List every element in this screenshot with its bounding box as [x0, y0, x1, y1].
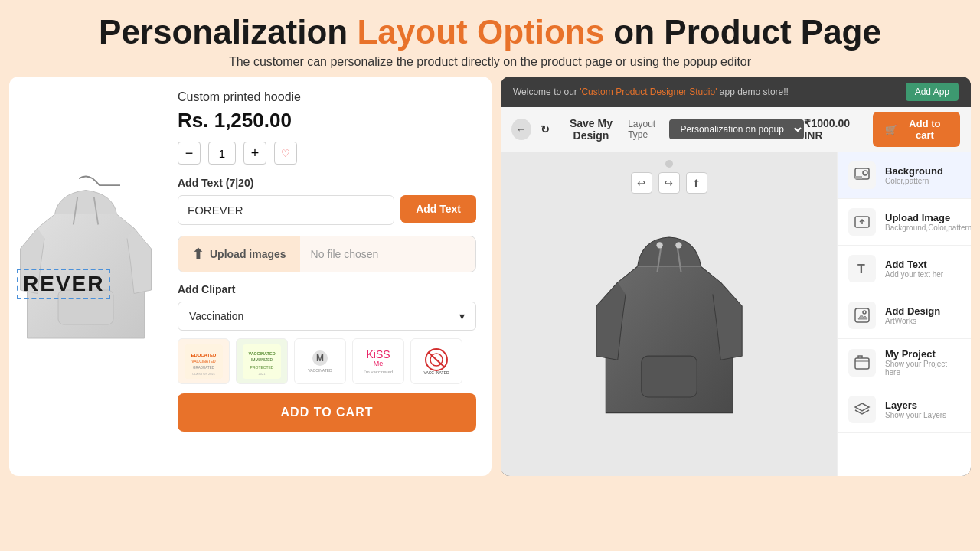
sidebar-item-my-project[interactable]: My Project Show your Project here [838, 339, 971, 386]
quantity-increase-button[interactable]: + [243, 142, 266, 165]
product-price: Rs. 1,250.00 [178, 109, 476, 132]
page-title: Personalization Layout Options on Produc… [15, 14, 965, 51]
svg-rect-32 [855, 176, 862, 179]
list-item[interactable]: VACCINATED IMMUNIZED PROTECTED 2021 [236, 338, 288, 384]
quantity-row: − 1 + ♡ [178, 142, 476, 165]
upload-image-sub: Background,Color,pattern [885, 223, 971, 232]
svg-rect-38 [855, 358, 869, 369]
refresh-icon: ↻ [541, 123, 550, 135]
svg-text:2021: 2021 [259, 372, 266, 376]
canvas-area: ↩ ↪ ⬆ [501, 152, 837, 476]
sidebar-item-layers[interactable]: Layers Show your Layers [838, 386, 971, 433]
sidebar-item-background[interactable]: Background Color,pattern [838, 152, 971, 199]
add-app-button[interactable]: Add App [906, 83, 959, 101]
share-button[interactable]: ⬆ [686, 172, 707, 194]
background-label: Background [885, 165, 943, 177]
sidebar-item-add-design[interactable]: Add Design ArtWorks [838, 292, 971, 339]
editor-main: ↩ ↪ ⬆ [501, 152, 971, 476]
my-project-icon [848, 349, 876, 377]
svg-point-37 [863, 311, 866, 314]
editor-top-bar: Welcome to our 'Custom Product Designer … [501, 77, 971, 107]
product-panel: REVER Custom printed hoodie Rs. 1,250.00… [9, 77, 492, 476]
svg-text:M: M [316, 353, 324, 364]
layers-icon [848, 396, 876, 423]
background-icon [848, 161, 876, 189]
svg-text:VACC-INATED: VACC-INATED [423, 370, 449, 375]
background-sub: Color,pattern [885, 177, 943, 185]
text-preview-overlay: REVER [17, 269, 110, 299]
text-input[interactable] [178, 195, 394, 225]
list-item[interactable]: KiSS Me I'm vaccinated [352, 338, 404, 384]
right-sidebar: Background Color,pattern Upload Image Ba… [837, 152, 971, 476]
svg-text:VACCINATED: VACCINATED [308, 368, 332, 373]
sidebar-item-add-text[interactable]: T Add Text Add your text her [838, 246, 971, 292]
clipart-label: Add Clipart [178, 283, 476, 295]
editor-price: ₹1000.00 INR [804, 117, 864, 142]
clipart-grid: EDUCATED VACCINATED GRADUATED CLASS OF 2… [178, 338, 476, 384]
svg-point-30 [675, 243, 681, 249]
add-design-label: Add Design [885, 305, 940, 317]
page-header: Personalization Layout Options on Produc… [0, 0, 980, 77]
chevron-down-icon: ▾ [459, 310, 465, 322]
svg-point-29 [656, 243, 662, 249]
main-content: REVER Custom printed hoodie Rs. 1,250.00… [0, 77, 980, 482]
my-project-sub: Show your Project here [885, 360, 960, 377]
add-text-sidebar-label: Add Text [885, 259, 943, 270]
no-file-text: No file chosen [300, 248, 390, 260]
upload-image-icon [848, 208, 876, 236]
layers-label: Layers [885, 399, 946, 411]
sidebar-item-upload-image[interactable]: Upload Image Background,Color,pattern [838, 199, 971, 246]
quantity-value: 1 [208, 142, 236, 165]
wishlist-button[interactable]: ♡ [274, 142, 297, 165]
list-item[interactable]: VACC-INATED [410, 338, 462, 384]
svg-text:EDUCATED: EDUCATED [191, 353, 217, 357]
svg-point-33 [863, 171, 867, 175]
upload-row: ⬆ Upload images No file chosen [178, 236, 476, 272]
my-project-label: My Project [885, 348, 960, 360]
svg-text:T: T [858, 262, 865, 276]
layout-type-area: Layout Type Personalization on popup [628, 119, 804, 140]
list-item[interactable]: EDUCATED VACCINATED GRADUATED CLASS OF 2… [178, 338, 230, 384]
add-to-cart-button[interactable]: ADD TO CART [178, 393, 476, 432]
layers-sub: Show your Layers [885, 411, 946, 419]
clipart-dropdown[interactable]: Vaccination ▾ [178, 302, 476, 331]
svg-text:VACCINATED: VACCINATED [248, 351, 275, 356]
add-text-sub: Add your text her [885, 270, 943, 279]
product-name: Custom printed hoodie [178, 90, 476, 104]
text-input-row: Add Text [178, 195, 476, 225]
product-details: Custom printed hoodie Rs. 1,250.00 − 1 +… [162, 77, 492, 476]
quantity-decrease-button[interactable]: − [178, 142, 201, 165]
hoodie-canvas [558, 200, 780, 460]
undo-button[interactable]: ↩ [631, 172, 652, 194]
list-item[interactable]: M VACCINATED [294, 338, 346, 384]
add-design-sub: ArtWorks [885, 317, 940, 325]
add-text-label: Add Text (7|20) [178, 177, 476, 189]
cart-icon: 🛒 [885, 124, 897, 135]
price-cart-area: ₹1000.00 INR 🛒 Add to cart [804, 112, 960, 147]
svg-text:KiSS: KiSS [366, 348, 390, 360]
svg-text:GRADUATED: GRADUATED [193, 366, 215, 370]
svg-text:VACCINATED: VACCINATED [191, 359, 216, 364]
back-button[interactable]: ← [511, 119, 531, 140]
redo-button[interactable]: ↪ [658, 172, 680, 194]
svg-text:I'm vaccinated: I'm vaccinated [364, 370, 393, 374]
toolbar-left: ← ↻ Save My Design [511, 117, 628, 142]
svg-rect-26 [641, 357, 696, 398]
svg-text:Me: Me [374, 360, 384, 367]
editor-add-to-cart-button[interactable]: 🛒 Add to cart [873, 112, 960, 147]
editor-panel: Welcome to our 'Custom Product Designer … [501, 77, 971, 476]
canvas-tools: ↩ ↪ ⬆ [631, 172, 707, 194]
add-text-button[interactable]: Add Text [400, 195, 476, 223]
hoodie-preview: REVER [9, 77, 162, 476]
add-text-icon: T [848, 255, 876, 282]
upload-icon: ⬆ [192, 246, 204, 262]
upload-image-label: Upload Image [885, 212, 971, 223]
svg-text:IMMUNIZED: IMMUNIZED [251, 357, 273, 362]
upload-images-button[interactable]: ⬆ Upload images [178, 236, 300, 272]
layout-type-dropdown[interactable]: Personalization on popup [669, 119, 804, 139]
save-design-button[interactable]: ↻ Save My Design [541, 117, 628, 142]
svg-text:CLASS OF 2021: CLASS OF 2021 [192, 372, 216, 376]
editor-hoodie-svg [581, 215, 757, 445]
welcome-text: Welcome to our 'Custom Product Designer … [513, 86, 789, 97]
page-subtitle: The customer can personalize the product… [15, 55, 965, 69]
